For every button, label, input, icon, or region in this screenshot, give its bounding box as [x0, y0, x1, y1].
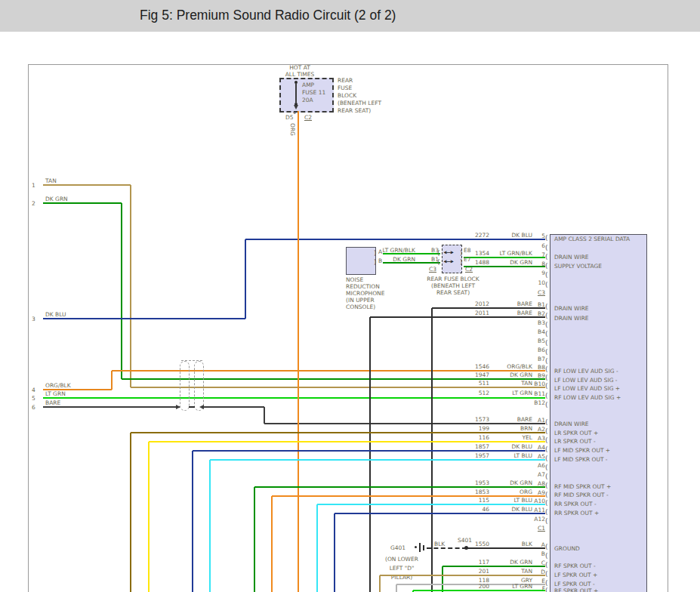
pin-bracket: (: [545, 330, 548, 338]
wire-color-label: BRN: [487, 425, 532, 432]
wire-bare: [204, 406, 264, 408]
left-wire-color-label: DK GRN: [45, 196, 68, 202]
ground-symbol-bar: [423, 545, 424, 550]
wire-number: 2272: [455, 232, 489, 239]
pin-bracket: (: [545, 446, 548, 453]
pin-bracket: (: [545, 473, 548, 480]
inline-connector-capsule: [194, 361, 204, 411]
fuse-name-3: 20A: [302, 97, 313, 103]
mid-connector-arrow: ↔: [443, 248, 454, 256]
pin-bracket: (: [545, 392, 548, 399]
pin-bracket: (: [545, 321, 548, 328]
wire-color-label: ORG: [487, 489, 532, 495]
pin-bracket: (: [545, 271, 548, 279]
left-wire-number: 2: [32, 200, 35, 207]
wire-gry: [396, 584, 397, 592]
pin-bracket: (: [545, 436, 548, 444]
wire-number: 1857: [455, 443, 489, 450]
wire-color-label: TAN: [487, 568, 532, 575]
wire-color-label: LT GRN: [487, 583, 532, 590]
wire-dkblu: [43, 318, 245, 319]
wire-number: 115: [455, 497, 489, 504]
left-wire-number: 1: [32, 182, 35, 189]
wire-number: 1853: [455, 489, 489, 495]
wire-tan: [130, 185, 131, 387]
wire-dkblu: [245, 239, 246, 319]
wire-number: 1953: [455, 479, 489, 486]
wire-color-label: LT BLU: [487, 497, 532, 504]
wire-arrowhead: [176, 405, 180, 409]
left-wire-color-label: ORG/BLK: [45, 382, 71, 389]
mid-connector-arrow: ↔: [443, 257, 454, 265]
fuse-location-caption: REAR SEAT): [338, 107, 371, 114]
amp-conn-c1: C1: [524, 525, 545, 532]
pin-bracket: (: [545, 455, 548, 462]
wiring-diagram-page: { "header": { "title": "Fig 5: Premium S…: [0, 0, 700, 592]
ground-lead-color: BLK: [434, 541, 445, 547]
pin-bracket: (: [545, 244, 548, 251]
wire-number: 1488: [455, 259, 489, 266]
wire-color-label: DK GRN: [487, 372, 532, 378]
signal-label: LF MID SPKR OUT +: [554, 447, 610, 454]
wire-arrowhead: [199, 405, 204, 409]
wire-number: 2011: [455, 310, 489, 316]
ground-loc-1: (ON LOWER: [373, 556, 430, 563]
pin-bracket: (: [545, 357, 548, 365]
wire-number: 1947: [455, 372, 489, 378]
signal-label: DRAIN WIRE: [554, 254, 589, 261]
left-wire-color-label: DK BLU: [45, 311, 66, 318]
wire-yel: [148, 442, 150, 592]
mid-pin-label: B1: [418, 256, 439, 263]
wire-orgblk: [111, 371, 113, 390]
signal-label: LF SPKR OUT +: [554, 572, 597, 578]
signal-label: AMP CLASS 2 SERIAL DATA: [554, 236, 630, 242]
pin-bracket: (: [545, 253, 548, 261]
wire-color-label: BLK: [487, 541, 532, 547]
ground-symbol-dot: [415, 546, 417, 548]
pin-bracket: (: [545, 464, 548, 471]
pin-bracket: (: [545, 365, 548, 373]
amp-pin-label: 6: [524, 242, 545, 249]
rear-fuse-block-caption: REAR FUSE BLOCK: [421, 276, 485, 282]
signal-label: RF MID SPKR OUT -: [554, 492, 609, 498]
wire-number: 201: [455, 568, 489, 575]
wire-brn: [130, 433, 131, 592]
all-times-label: ALL TIMES: [277, 71, 322, 78]
title-bar: Fig 5: Premium Sound Radio Circuit (2 of…: [0, 0, 700, 32]
signal-label: RF LOW LEV AUD SIG +: [554, 394, 621, 401]
wire-org: [298, 111, 299, 592]
pin-bracket: (: [545, 312, 548, 319]
signal-label: GROUND: [554, 545, 580, 552]
signal-label: LR SPKR OUT -: [554, 438, 596, 445]
fuse-name-1: AMP: [302, 82, 314, 88]
wire-ltblu: [316, 504, 318, 592]
fuse-location-caption: BLOCK: [338, 92, 356, 99]
left-wire-color-label: LT GRN: [45, 390, 66, 397]
pin-bracket: (: [545, 561, 548, 569]
pin-bracket: (: [545, 303, 548, 310]
wire-blk: [369, 317, 371, 592]
amp-pin-label: B7: [524, 356, 545, 362]
wire-color-label: DK GRN: [487, 479, 532, 486]
mid-left-conn: C3: [429, 266, 436, 273]
ground-symbol-bar: [419, 543, 421, 552]
amp-pin-label: B5: [524, 338, 545, 344]
fuse-location-caption: REAR: [338, 77, 353, 84]
pin-bracket: (: [545, 339, 548, 347]
wire-dkblu: [334, 513, 335, 592]
wire-number: 2012: [455, 301, 489, 307]
wire-dkblu: [192, 451, 193, 592]
signal-label: RF MID SPKR OUT +: [554, 483, 611, 490]
wire-color-label: LT GRN/BLK: [372, 247, 415, 254]
wire-color-label: DK BLU: [487, 506, 532, 513]
signal-label: RF LOW LEV AUD SIG -: [554, 368, 618, 375]
amp-pin-label: B: [524, 550, 545, 557]
amplifier-block: [550, 234, 647, 592]
wire-color-label: BARE: [487, 301, 532, 307]
wire-tan: [379, 575, 381, 592]
wire-color-label: LT GRN/BLK: [487, 250, 532, 257]
inline-connector-capsule: [180, 361, 190, 411]
pin-bracket: (: [545, 234, 548, 242]
signal-label: LF SPKR OUT -: [554, 581, 595, 587]
signal-label: RF SPKR OUT -: [554, 563, 596, 569]
